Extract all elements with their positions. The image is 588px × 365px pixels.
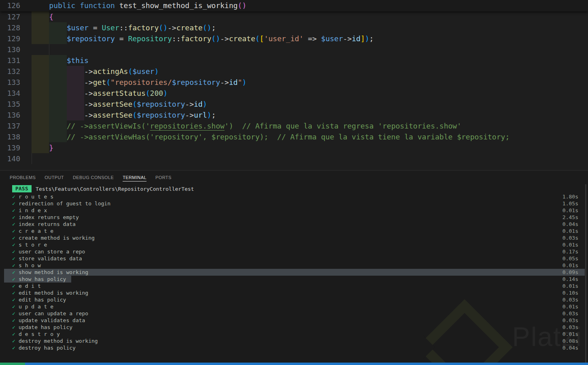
line-number: 126: [0, 0, 32, 11]
indent-guide: [49, 44, 49, 55]
test-name: i n d e x: [19, 207, 47, 214]
check-icon: ✓: [12, 324, 15, 331]
tab-debug-console[interactable]: DEBUG CONSOLE: [68, 171, 118, 184]
test-name: destroy method is working: [19, 338, 98, 344]
test-name: redirection of guest to login: [19, 200, 110, 207]
check-icon: ✓: [12, 193, 15, 200]
test-time: 0.05s: [563, 255, 578, 262]
test-name: user can update a repo: [19, 310, 88, 317]
test-time: 0.14s: [563, 276, 578, 283]
test-name: r o u t e s: [19, 193, 53, 200]
terminal-output[interactable]: PASS Tests\Feature\Controllers\Repositor…: [0, 184, 588, 363]
line-number: 137: [0, 120, 32, 131]
test-time: 0.03s: [563, 234, 578, 241]
test-time: 0.01s: [563, 262, 578, 269]
code-line[interactable]: 135 ->assertSee($repository->id): [0, 99, 588, 110]
test-row: ✓user can update a repo0.03s: [0, 310, 588, 317]
test-time: 1.80s: [563, 193, 578, 200]
test-time: 2.45s: [563, 214, 578, 221]
status-bar[interactable]: [0, 363, 588, 365]
test-time: 0.04s: [563, 221, 578, 228]
test-time: 0.10s: [563, 289, 578, 296]
line-number: 130: [0, 44, 32, 55]
test-time: 0.03s: [563, 310, 578, 317]
tab-ports[interactable]: PORTS: [151, 171, 176, 184]
code-line[interactable]: 133 ->get("repositories/$repository->id"…: [0, 77, 588, 88]
code-line[interactable]: 128 $user = User::factory()->create();: [0, 22, 588, 33]
check-icon: ✓: [12, 338, 15, 344]
test-row: ✓user can store a repo0.17s: [0, 248, 588, 255]
test-name: s h o w: [19, 262, 41, 269]
check-icon: ✓: [12, 241, 15, 248]
check-icon: ✓: [12, 207, 15, 214]
line-number: 127: [0, 11, 32, 22]
terminal-selection: [4, 269, 585, 276]
tab-terminal[interactable]: TERMINAL: [118, 171, 151, 184]
tab-output[interactable]: OUTPUT: [40, 171, 68, 184]
check-icon: ✓: [12, 344, 15, 351]
code-line[interactable]: 126 public function test_show_method_is_…: [0, 0, 588, 11]
line-number: 135: [0, 99, 32, 110]
test-time: 0.08s: [563, 338, 578, 344]
code-line[interactable]: 137 // ->assertViewIs('repositories.show…: [0, 120, 588, 131]
code-line[interactable]: 134 ->assertStatus(200): [0, 88, 588, 99]
check-icon: ✓: [12, 276, 15, 283]
editor-lines: 127 {128 $user = User::factory()->create…: [0, 11, 588, 164]
test-row: ✓index retunrs empty2.45s: [0, 214, 588, 221]
test-row: ✓r o u t e s1.80s: [0, 193, 588, 200]
test-row: ✓s h o w0.01s: [0, 262, 588, 269]
indent-guide: [32, 153, 32, 164]
terminal-scrollbar[interactable]: [585, 184, 586, 363]
line-number: 136: [0, 110, 32, 120]
test-name: u p d a t e: [19, 303, 53, 310]
test-row: ✓s t o r e0.01s: [0, 241, 588, 248]
check-icon: ✓: [12, 228, 15, 234]
editor-region[interactable]: 126 public function test_show_method_is_…: [0, 0, 588, 170]
line-number: 134: [0, 88, 32, 99]
bottom-panel: PROBLEMSOUTPUTDEBUG CONSOLETERMINALPORTS…: [0, 170, 588, 365]
test-name: store validates data: [19, 255, 82, 262]
code-line[interactable]: 132 ->actingAs($user): [0, 66, 588, 77]
test-time: 0.01s: [563, 331, 578, 338]
panel-tabs: PROBLEMSOUTPUTDEBUG CONSOLETERMINALPORTS: [0, 171, 588, 184]
code-line[interactable]: 138 // ->assertViewHas('repository', $re…: [0, 131, 588, 142]
line-number: 132: [0, 66, 32, 77]
test-time: 0.01s: [563, 228, 578, 234]
test-time: 0.09s: [563, 269, 578, 276]
test-row: ✓edit has policy0.03s: [0, 296, 588, 303]
check-icon: ✓: [12, 269, 15, 276]
code-line[interactable]: 129 $repository = Repository::factory()-…: [0, 33, 588, 44]
code-line[interactable]: 139 }: [0, 142, 588, 153]
test-name: index retunrs empty: [19, 214, 79, 221]
code-line[interactable]: 136 ->assertSee($repository->url);: [0, 110, 588, 120]
line-number: 128: [0, 22, 32, 33]
test-row: ✓destroy has policy0.04s: [0, 344, 588, 351]
test-name: create method is working: [19, 234, 95, 241]
check-icon: ✓: [12, 248, 15, 255]
test-row: ✓redirection of guest to login1.05s: [0, 200, 588, 207]
test-name: update validates data: [19, 317, 85, 324]
check-icon: ✓: [12, 317, 15, 324]
test-rows: ✓r o u t e s1.80s✓redirection of guest t…: [0, 193, 588, 351]
check-icon: ✓: [12, 221, 15, 228]
test-row: ✓index returns data0.04s: [0, 221, 588, 228]
line-number: 129: [0, 33, 32, 44]
tab-problems[interactable]: PROBLEMS: [5, 171, 40, 184]
test-name: c r e a t e: [19, 228, 53, 234]
test-name: index returns data: [19, 221, 76, 228]
test-row: ✓update has policy0.03s: [0, 324, 588, 331]
test-name: destroy has policy: [19, 344, 76, 351]
check-icon: ✓: [12, 255, 15, 262]
check-icon: ✓: [12, 262, 15, 269]
sticky-scroll-line[interactable]: 126 public function test_show_method_is_…: [0, 0, 588, 11]
code-line[interactable]: 140: [0, 153, 588, 164]
suite-name: Tests\Feature\Controllers\RepositoryCont…: [36, 186, 194, 192]
test-name: edit method is working: [19, 289, 88, 296]
code-line[interactable]: 131 $this: [0, 55, 588, 66]
code-line[interactable]: 130: [0, 44, 588, 55]
test-time: 0.03s: [563, 317, 578, 324]
test-time: 0.01s: [563, 303, 578, 310]
test-time: 0.03s: [563, 324, 578, 331]
pass-badge: PASS: [12, 185, 32, 192]
code-line[interactable]: 127 {: [0, 11, 588, 22]
